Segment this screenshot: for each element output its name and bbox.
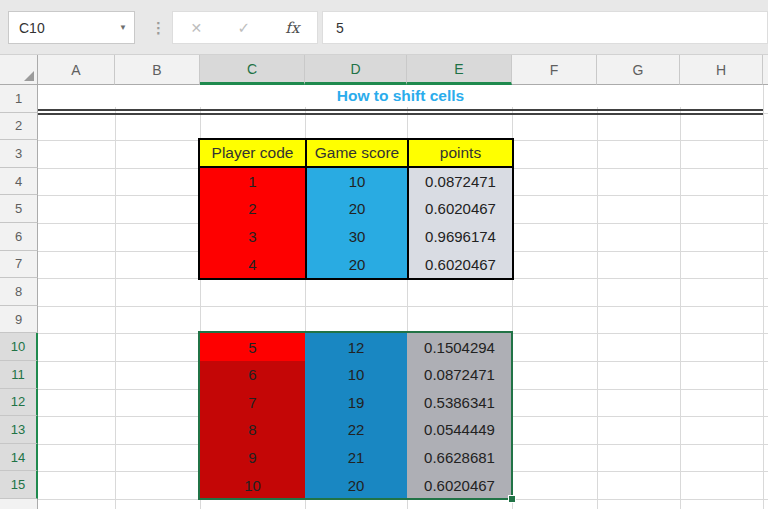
row-header-4[interactable]: 4 [0,168,38,196]
gridline-horizontal [38,499,768,500]
gridline-horizontal [38,306,768,307]
name-box-value: C10 [9,20,112,36]
title-cell[interactable]: How to shift cells [38,85,763,107]
cell-E14[interactable]: 0.6628681 [407,444,512,472]
cell-D11[interactable]: 10 [305,361,407,389]
cell-E15[interactable]: 0.6020467 [407,471,512,499]
cell-D5[interactable]: 20 [305,195,407,223]
sheet-grid: How to shift cells Player code Game scor… [0,85,768,509]
row-header-15[interactable]: 15 [0,471,38,499]
double-border [38,109,763,115]
row-header-3[interactable]: 3 [0,140,38,168]
column-header-E[interactable]: E [407,55,512,85]
formula-buttons: ✕ ✓ fx [172,11,318,44]
cell-E5[interactable]: 0.6020467 [407,195,512,223]
select-all-triangle-icon [24,71,34,81]
cell-E6[interactable]: 0.9696174 [407,223,512,251]
cell-C6[interactable]: 3 [200,223,305,251]
select-all-corner[interactable] [0,55,38,85]
column-header-sliver [763,55,768,85]
cell-C7[interactable]: 4 [200,250,305,278]
gridline-vertical [115,85,116,509]
gridline-vertical [763,85,764,509]
column-header-C[interactable]: C [200,55,305,85]
row-header-16-partial[interactable] [0,499,38,509]
cell-E13[interactable]: 0.0544449 [407,416,512,444]
cell-C15[interactable]: 10 [200,471,305,499]
column-header-H[interactable]: H [680,55,763,85]
header-cell-points[interactable]: points [407,140,512,168]
cell-C5[interactable]: 2 [200,195,305,223]
column-header-F[interactable]: F [512,55,597,85]
row-header-13[interactable]: 13 [0,416,38,444]
row-header-11[interactable]: 11 [0,361,38,389]
row-header-10[interactable]: 10 [0,333,38,361]
excel-window: C10 ▼ ⋮ ✕ ✓ fx 5 ABCDEFGH How to shift c… [0,0,768,509]
row-header-12[interactable]: 12 [0,389,38,417]
cell-D12[interactable]: 19 [305,389,407,417]
cell-D4[interactable]: 10 [305,168,407,196]
cell-C14[interactable]: 9 [200,444,305,472]
cell-E11[interactable]: 0.0872471 [407,361,512,389]
table-lower: 5120.15042946100.08724717190.53863418220… [200,333,512,499]
cell-C13[interactable]: 8 [200,416,305,444]
column-header-A[interactable]: A [38,55,115,85]
cell-D10[interactable]: 12 [305,333,407,361]
cell-E12[interactable]: 0.5386341 [407,389,512,417]
gridline-vertical [597,85,598,509]
row-header-6[interactable]: 6 [0,223,38,251]
cell-E7[interactable]: 0.6020467 [407,250,512,278]
row-header-7[interactable]: 7 [0,251,38,279]
row-header-9[interactable]: 9 [0,306,38,334]
cell-D15[interactable]: 20 [305,471,407,499]
cell-C12[interactable]: 7 [200,389,305,417]
column-header-B[interactable]: B [115,55,200,85]
fill-handle[interactable] [508,495,516,503]
name-box-dropdown-icon[interactable]: ▼ [112,23,134,32]
cancel-icon[interactable]: ✕ [191,20,203,36]
table-upper: Player code Game score points 1100.08724… [198,138,514,280]
confirm-icon[interactable]: ✓ [238,19,251,37]
cell-D6[interactable]: 30 [305,223,407,251]
cell-C11[interactable]: 6 [200,361,305,389]
column-header-D[interactable]: D [305,55,407,85]
cell-D14[interactable]: 21 [305,444,407,472]
cell-D7[interactable]: 20 [305,250,407,278]
row-header-5[interactable]: 5 [0,195,38,223]
row-header-14[interactable]: 14 [0,444,38,472]
separator-dots-icon: ⋮ [150,11,167,44]
cell-E10[interactable]: 0.1504294 [407,333,512,361]
header-cell-player-code[interactable]: Player code [200,140,305,168]
row-header-1[interactable]: 1 [0,85,38,113]
cell-D13[interactable]: 22 [305,416,407,444]
header-cell-game-score[interactable]: Game score [305,140,407,168]
row-header-2[interactable]: 2 [0,113,38,141]
cell-E4[interactable]: 0.0872471 [407,168,512,196]
gridline-vertical [680,85,681,509]
cell-C4[interactable]: 1 [200,168,305,196]
formula-bar-value: 5 [323,20,344,36]
column-header-row: ABCDEFGH [0,55,768,85]
row-header-8[interactable]: 8 [0,278,38,306]
insert-function-icon[interactable]: fx [285,19,299,37]
formula-row: C10 ▼ ⋮ ✕ ✓ fx 5 [0,0,768,55]
column-header-G[interactable]: G [597,55,680,85]
formula-bar[interactable]: 5 [322,11,768,44]
name-box[interactable]: C10 ▼ [8,11,135,44]
cell-C10-active[interactable]: 5 [200,333,305,361]
